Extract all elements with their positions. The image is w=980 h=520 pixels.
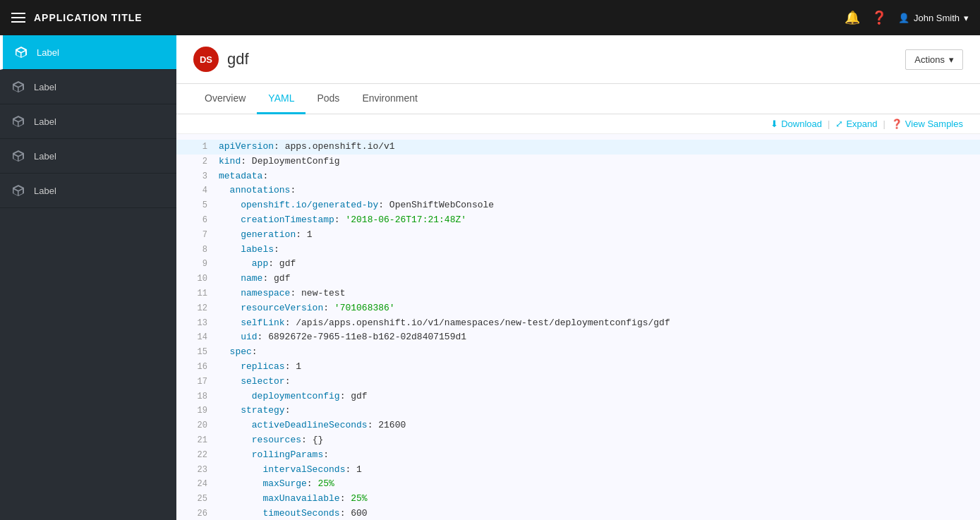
- cube-icon-1: [14, 45, 28, 59]
- code-text: labels:: [219, 243, 279, 258]
- code-line: 17 selector:: [176, 375, 980, 389]
- code-text: app: gdf: [219, 257, 296, 272]
- code-line: 8 labels:: [176, 243, 980, 258]
- line-number: 2: [188, 155, 207, 169]
- main-layout: Label Label Label Label: [0, 35, 980, 520]
- actions-button[interactable]: Actions ▾: [905, 49, 963, 70]
- navbar-left: APPLICATION TITLE: [11, 12, 143, 23]
- code-text: deploymentconfig: gdf: [219, 389, 368, 404]
- line-number: 20: [188, 418, 207, 433]
- code-line: 6 creationTimestamp: '2018-06-26T17:21:4…: [176, 213, 980, 228]
- download-icon: ⬇: [770, 119, 778, 129]
- line-number: 24: [188, 477, 207, 491]
- code-line: 7 generation: 1: [176, 228, 980, 243]
- sidebar-item-4[interactable]: Label: [0, 139, 176, 174]
- yaml-toolbar: ⬇ Download | ⤢ Expand | ❓ View Samples: [176, 114, 980, 134]
- code-text: metadata:: [219, 169, 268, 184]
- cube-icon-4: [11, 149, 25, 163]
- line-number: 3: [188, 169, 207, 183]
- code-line: 25 maxUnavailable: 25%: [176, 492, 980, 507]
- code-text: resourceVersion: '701068386': [219, 301, 395, 316]
- sidebar-label-3: Label: [34, 116, 56, 127]
- question-circle-icon[interactable]: ❓: [871, 10, 887, 25]
- code-text: kind: DeploymentConfig: [219, 155, 340, 169]
- ds-badge: DS: [193, 47, 219, 72]
- code-line: 14 uid: 6892672e-7965-11e8-b162-02d84071…: [176, 330, 980, 345]
- sidebar-item-2[interactable]: Label: [0, 70, 176, 104]
- cube-icon-5: [11, 183, 25, 198]
- code-text: namespace: new-test: [219, 286, 345, 301]
- sidebar-item-3[interactable]: Label: [0, 104, 176, 139]
- line-number: 5: [188, 198, 207, 212]
- page-header: DS gdf Actions ▾: [176, 35, 980, 84]
- code-line: 26 timeoutSeconds: 600: [176, 507, 980, 520]
- username-label: John Smith: [914, 13, 960, 23]
- code-text: maxUnavailable: 25%: [219, 492, 368, 507]
- view-samples-link[interactable]: ❓ View Samples: [891, 119, 963, 129]
- code-text: selector:: [219, 375, 290, 389]
- code-line: 15 spec:: [176, 345, 980, 360]
- line-number: 12: [188, 301, 207, 315]
- yaml-code-container: 1apiVersion: apps.openshift.io/v12kind: …: [176, 134, 980, 520]
- line-number: 19: [188, 404, 207, 418]
- code-text: replicas: 1: [219, 360, 301, 375]
- view-samples-icon: ❓: [891, 119, 902, 129]
- code-text: apiVersion: apps.openshift.io/v1: [219, 140, 395, 155]
- hamburger-icon[interactable]: [11, 13, 25, 23]
- line-number: 9: [188, 257, 207, 271]
- code-text: timeoutSeconds: 600: [219, 507, 368, 520]
- page-title: gdf: [227, 50, 249, 68]
- code-line: 20 activeDeadlineSeconds: 21600: [176, 418, 980, 433]
- sidebar: Label Label Label Label: [0, 35, 176, 520]
- code-text: name: gdf: [219, 272, 290, 286]
- toolbar-separator-1: |: [828, 119, 830, 129]
- code-line: 2kind: DeploymentConfig: [176, 155, 980, 169]
- sidebar-item-5[interactable]: Label: [0, 174, 176, 208]
- code-line: 19 strategy:: [176, 404, 980, 418]
- bell-icon[interactable]: 🔔: [845, 10, 860, 25]
- line-number: 25: [188, 492, 207, 506]
- code-text: annotations:: [219, 183, 296, 198]
- expand-icon: ⤢: [835, 119, 843, 129]
- code-line: 13 selfLink: /apis/apps.openshift.io/v1/…: [176, 316, 980, 331]
- expand-link[interactable]: ⤢ Expand: [835, 119, 877, 129]
- cube-icon-3: [11, 114, 25, 128]
- code-text: selfLink: /apis/apps.openshift.io/v1/nam…: [219, 316, 670, 331]
- cube-icon-2: [11, 80, 25, 94]
- code-line: 10 name: gdf: [176, 272, 980, 286]
- user-menu[interactable]: 👤 John Smith ▾: [898, 13, 969, 23]
- line-number: 10: [188, 272, 207, 286]
- line-number: 16: [188, 360, 207, 374]
- code-text: openshift.io/generated-by: OpenShiftWebC…: [219, 198, 494, 213]
- line-number: 15: [188, 345, 207, 359]
- code-text: maxSurge: 25%: [219, 477, 334, 492]
- code-line: 24 maxSurge: 25%: [176, 477, 980, 492]
- tab-yaml[interactable]: YAML: [257, 84, 306, 114]
- sidebar-item-1[interactable]: Label: [0, 35, 176, 70]
- code-line: 1apiVersion: apps.openshift.io/v1: [176, 140, 980, 155]
- code-line: 9 app: gdf: [176, 257, 980, 272]
- toolbar-separator-2: |: [883, 119, 885, 129]
- line-number: 4: [188, 183, 207, 198]
- line-number: 7: [188, 228, 207, 242]
- line-number: 14: [188, 330, 207, 344]
- sidebar-label-1: Label: [37, 47, 59, 58]
- download-link[interactable]: ⬇ Download: [770, 119, 822, 129]
- tab-environment[interactable]: Environment: [351, 84, 429, 114]
- code-line: 11 namespace: new-test: [176, 286, 980, 301]
- tab-pods[interactable]: Pods: [306, 84, 351, 114]
- tab-overview[interactable]: Overview: [193, 84, 257, 114]
- sidebar-label-5: Label: [34, 186, 56, 196]
- line-number: 23: [188, 463, 207, 477]
- chevron-down-icon: ▾: [964, 13, 969, 23]
- code-text: generation: 1: [219, 228, 313, 243]
- sidebar-label-2: Label: [34, 82, 56, 92]
- line-number: 8: [188, 243, 207, 257]
- code-text: uid: 6892672e-7965-11e8-b162-02d8407159d…: [219, 330, 466, 345]
- tabs-bar: Overview YAML Pods Environment: [176, 84, 980, 114]
- line-number: 6: [188, 213, 207, 227]
- code-line: 18 deploymentconfig: gdf: [176, 389, 980, 404]
- app-title: APPLICATION TITLE: [34, 12, 143, 23]
- navbar-right: 🔔 ❓ 👤 John Smith ▾: [845, 10, 969, 25]
- code-text: spec:: [219, 345, 258, 360]
